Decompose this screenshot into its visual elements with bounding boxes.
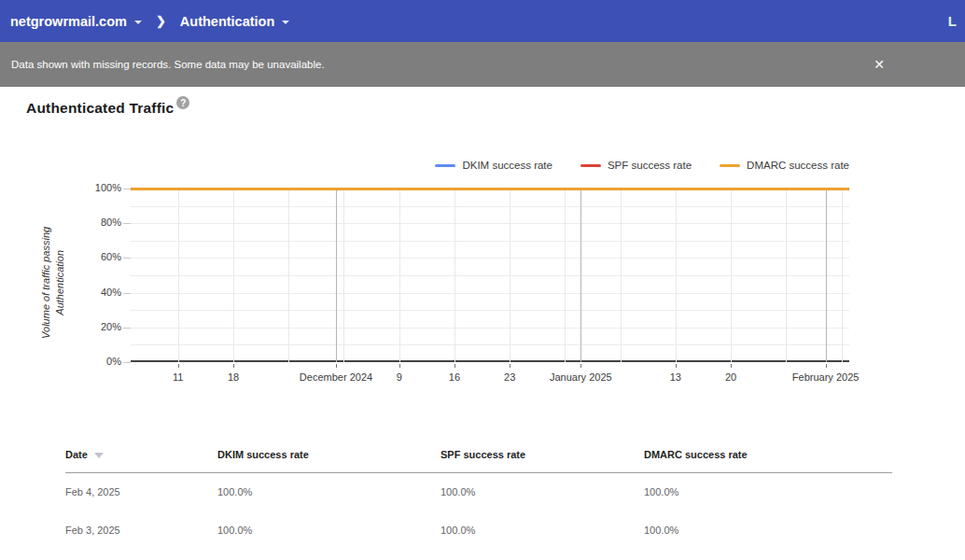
- caret-down-icon: [134, 21, 142, 24]
- caret-down-icon: [282, 21, 289, 24]
- y-axis-tick-label: 20%: [51, 321, 121, 332]
- horizontal-gridline: [131, 275, 849, 276]
- topbar-right-truncated-text: L: [948, 13, 958, 29]
- column-header-date[interactable]: Date: [65, 449, 217, 473]
- x-axis-tick: [233, 364, 234, 368]
- month-gridline: [336, 189, 337, 362]
- column-header-dkim-success-rate[interactable]: DKIM success rate: [217, 449, 441, 473]
- table-cell: Feb 4, 2025: [65, 473, 217, 511]
- column-header-label: DKIM success rate: [217, 449, 309, 460]
- legend-item-dmarc-success-rate: DMARC success rate: [720, 160, 849, 171]
- table-cell: 100.0%: [217, 511, 441, 550]
- x-axis-tick: [731, 364, 732, 368]
- month-gridline: [580, 189, 581, 362]
- banner-close-button[interactable]: ✕: [870, 54, 888, 75]
- legend-label: DKIM success rate: [462, 160, 552, 171]
- y-axis-tick-label: 0%: [51, 356, 121, 367]
- weekly-gridline: [288, 189, 289, 362]
- table-row: Feb 4, 2025100.0%100.0%100.0%: [65, 473, 892, 511]
- report-selector-dropdown[interactable]: Authentication: [180, 14, 290, 29]
- legend-line-swatch: [435, 164, 455, 167]
- table-cell: 100.0%: [644, 473, 892, 511]
- help-icon[interactable]: ?: [176, 96, 189, 109]
- y-axis-tick: [123, 362, 131, 363]
- column-header-label: DMARC success rate: [644, 449, 748, 460]
- column-header-dmarc-success-rate[interactable]: DMARC success rate: [644, 449, 892, 473]
- app-topbar: netgrowrmail.com ❯ Authentication L: [0, 0, 965, 42]
- horizontal-gridline: [131, 258, 849, 259]
- auth-rate-table: DateDKIM success rateSPF success rateDMA…: [65, 449, 892, 550]
- series-line-dmarc-success-rate: [131, 188, 849, 190]
- legend-line-swatch: [720, 164, 740, 167]
- y-axis-tick: [123, 328, 131, 329]
- horizontal-gridline: [131, 293, 849, 294]
- weekly-gridline: [676, 189, 677, 362]
- auth-rate-table-container: DateDKIM success rateSPF success rateDMA…: [65, 449, 892, 550]
- weekly-gridline: [510, 189, 510, 362]
- weekly-gridline: [399, 189, 400, 362]
- x-axis-tick: [826, 364, 827, 368]
- authenticated-traffic-chart: DKIM success rateSPF success rateDMARC s…: [0, 145, 965, 389]
- x-axis-tick: [580, 364, 581, 368]
- y-axis-tick: [123, 189, 131, 189]
- legend-line-swatch: [580, 164, 601, 167]
- domain-selector-dropdown[interactable]: netgrowrmail.com: [10, 14, 142, 29]
- table-cell: 100.0%: [217, 473, 441, 511]
- warning-banner-message: Data shown with missing records. Some da…: [11, 59, 325, 70]
- x-axis-tick: [178, 364, 179, 368]
- weekly-gridline: [233, 189, 234, 362]
- page-title: Authenticated Traffic: [26, 100, 174, 117]
- table-cell: 100.0%: [644, 511, 892, 550]
- horizontal-gridline: [131, 328, 849, 329]
- table-cell: Feb 3, 2025: [65, 511, 217, 550]
- x-axis-tick-label: February 2025: [770, 371, 882, 383]
- chart-plot-area: [131, 189, 849, 362]
- weekly-gridline: [343, 189, 344, 362]
- weekly-gridline: [786, 189, 787, 362]
- page-title-row: Authenticated Traffic ?: [26, 100, 189, 117]
- postmaster-authentication-page: netgrowrmail.com ❯ Authentication L Data…: [0, 0, 965, 560]
- sort-descending-icon: [94, 453, 104, 458]
- weekly-gridline: [178, 189, 179, 362]
- horizontal-gridline: [131, 344, 849, 345]
- weekly-gridline: [731, 189, 732, 362]
- y-axis-tick-label: 40%: [51, 287, 121, 298]
- horizontal-gridline: [131, 310, 849, 311]
- close-icon: ✕: [874, 57, 885, 72]
- column-header-spf-success-rate[interactable]: SPF success rate: [441, 449, 644, 473]
- table-header-row: DateDKIM success rateSPF success rateDMA…: [65, 449, 892, 473]
- y-axis-tick: [123, 258, 131, 259]
- y-axis-tick-label: 60%: [51, 251, 121, 262]
- column-header-label: Date: [65, 449, 88, 460]
- table-cell: 100.0%: [441, 511, 644, 550]
- horizontal-gridline: [131, 223, 849, 224]
- x-axis-tick-label: 18: [177, 371, 289, 383]
- legend-label: DMARC success rate: [747, 160, 849, 171]
- domain-selector-label: netgrowrmail.com: [10, 14, 127, 29]
- weekly-gridline: [455, 189, 455, 362]
- chart-legend: DKIM success rateSPF success rateDMARC s…: [435, 160, 849, 171]
- weekly-gridline: [565, 189, 566, 362]
- report-selector-label: Authentication: [180, 14, 275, 29]
- x-axis-tick: [676, 364, 677, 368]
- x-axis-tick: [336, 364, 337, 368]
- y-axis-tick: [123, 223, 131, 224]
- month-gridline: [826, 189, 827, 362]
- legend-label: SPF success rate: [608, 160, 692, 171]
- horizontal-gridline: [131, 206, 849, 207]
- table-body: Feb 4, 2025100.0%100.0%100.0%Feb 3, 2025…: [65, 473, 892, 550]
- table-row: Feb 3, 2025100.0%100.0%100.0%: [65, 511, 892, 550]
- horizontal-gridline: [131, 241, 849, 242]
- y-axis-tick-label: 80%: [51, 217, 121, 228]
- weekly-gridline: [621, 189, 622, 362]
- legend-item-spf-success-rate: SPF success rate: [580, 160, 692, 171]
- y-axis-tick: [123, 293, 131, 294]
- x-axis-tick: [455, 364, 455, 368]
- missing-data-warning-banner: Data shown with missing records. Some da…: [0, 42, 965, 87]
- column-header-label: SPF success rate: [441, 449, 525, 460]
- x-axis-tick: [399, 364, 400, 368]
- x-axis-tick: [510, 364, 510, 368]
- y-axis-tick-label: 100%: [51, 182, 121, 193]
- chevron-right-icon: ❯: [156, 14, 166, 28]
- weekly-gridline: [842, 189, 843, 362]
